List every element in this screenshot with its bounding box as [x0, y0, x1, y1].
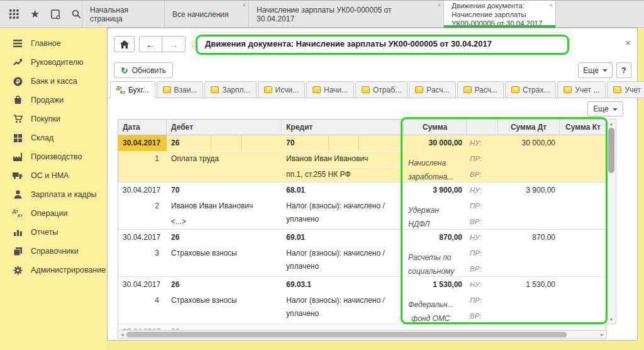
- register-icon: [362, 86, 370, 93]
- cell-credit[interactable]: 69.01 Налог (взносы): начислено / уплаче…: [282, 230, 404, 276]
- cell-amount-dt[interactable]: 870,00: [498, 230, 560, 276]
- tab-register-9[interactable]: Учет ...: [557, 81, 606, 98]
- sidebar-item-sales[interactable]: Продажи: [0, 91, 107, 110]
- close-icon[interactable]: ×: [437, 3, 441, 9]
- close-icon[interactable]: ×: [242, 3, 246, 9]
- scrollbar-thumb[interactable]: [608, 128, 614, 173]
- tab-all-accruals[interactable]: Все начисления ×: [165, 1, 249, 28]
- more-button[interactable]: Еще: [578, 62, 613, 78]
- horizontal-scrollbar[interactable]: ◄ ►: [118, 330, 607, 339]
- cell-date[interactable]: 30.04.2017 4: [118, 277, 167, 324]
- column-header-tax[interactable]: [467, 120, 498, 135]
- cell-date[interactable]: 30.04.2017 1: [118, 135, 167, 182]
- cell-credit[interactable]: 69.03.1 Налог (взносы): начислено / упла…: [282, 277, 404, 324]
- sidebar-item-operations[interactable]: ДтКт Операции: [0, 204, 107, 223]
- cell-date[interactable]: 30.04.2017 2: [118, 183, 167, 229]
- sidebar-item-warehouse[interactable]: Склад: [0, 128, 107, 147]
- tab-home[interactable]: Начальная страница: [82, 1, 165, 28]
- cell-amount-dt[interactable]: 30 000,00: [498, 135, 560, 182]
- sidebar-item-salary-hr[interactable]: Зарплата и кадры: [0, 185, 107, 204]
- forward-button[interactable]: →: [162, 36, 186, 52]
- favorites-star-icon[interactable]: ★: [30, 8, 41, 21]
- table-row[interactable]: 30.04.2017 2 70 Иванов Иван Иванович <..…: [118, 183, 606, 230]
- cell-date[interactable]: 30.04.2017 3: [118, 230, 167, 276]
- sidebar-item-main[interactable]: Главное: [0, 34, 107, 53]
- scroll-right-icon[interactable]: ►: [598, 332, 606, 337]
- sidebar-item-fixed-assets[interactable]: ОС и НМА: [0, 166, 107, 185]
- tab-register-10[interactable]: Учет ...: [607, 81, 644, 98]
- scroll-down-icon[interactable]: ▼: [609, 315, 614, 324]
- tab-label: Расч...: [426, 86, 449, 94]
- person-icon: [13, 189, 23, 200]
- sidebar-item-manager[interactable]: Руководителю: [0, 53, 107, 72]
- cell-debit[interactable]: 70 Иванов Иван Иванович <...>: [167, 183, 282, 229]
- cell-amount[interactable]: 30 000,00 Начислена заработна...: [404, 135, 467, 182]
- cell-amount-dt[interactable]: 1 530,00: [498, 277, 560, 324]
- tab-register-7[interactable]: Расч...: [457, 81, 504, 98]
- sidebar-item-purchases[interactable]: Покупки: [0, 110, 107, 128]
- cell-credit[interactable]: 68.01 Налог (взносы): начислено / уплаче…: [282, 183, 404, 229]
- column-header-amount-kt[interactable]: Сумма Кт: [560, 120, 606, 135]
- cell-debit[interactable]: 26 Страховые взносы: [167, 230, 282, 276]
- cell-debit[interactable]: 26 Страховые взносы: [167, 277, 282, 324]
- tab-accounting-register[interactable]: ДтКт Бухг...: [110, 81, 155, 98]
- tab-payroll-document[interactable]: Начисление зарплаты УК00-000005 от 30.04…: [249, 1, 444, 28]
- gear-icon: [13, 265, 23, 275]
- back-button[interactable]: ←: [139, 36, 162, 52]
- sidebar-item-bank-cash[interactable]: ₽ Банк и касса: [0, 72, 107, 91]
- tab-register-2[interactable]: Зарпл...: [204, 81, 256, 98]
- favorite-star-icon[interactable]: ☆: [189, 38, 199, 51]
- table-row-clipped[interactable]: 30.04.2017 26: [118, 324, 606, 330]
- scrollbar-thumb[interactable]: [126, 332, 567, 337]
- home-icon: [120, 40, 129, 48]
- scroll-left-icon[interactable]: ◄: [118, 332, 126, 337]
- help-button[interactable]: ?: [616, 62, 631, 78]
- tab-label: Страх...: [523, 86, 550, 94]
- cell-amount-kt[interactable]: [560, 183, 606, 229]
- scroll-up-icon[interactable]: ▲: [609, 120, 614, 128]
- tab-register-6[interactable]: Расч...: [409, 81, 455, 98]
- tab-register-3[interactable]: Исчи...: [258, 81, 305, 98]
- tab-label: Зарпл...: [222, 86, 250, 94]
- tab-register-4[interactable]: Начи...: [306, 81, 354, 98]
- tab-register-8[interactable]: Страх...: [505, 81, 557, 98]
- sidebar-item-reports[interactable]: Отчеты: [0, 223, 107, 242]
- cell-debit[interactable]: 26 Оплата труда: [167, 135, 282, 182]
- refresh-button[interactable]: ↻ Обновить: [114, 62, 173, 78]
- search-icon[interactable]: [70, 8, 82, 21]
- vertical-scrollbar[interactable]: ▲ ▼: [606, 119, 616, 324]
- cell-amount-kt[interactable]: [560, 230, 606, 276]
- window-tabs: Начальная страница Все начисления × Начи…: [82, 1, 556, 28]
- tab-label: Начи...: [324, 86, 348, 94]
- close-icon[interactable]: ×: [549, 3, 553, 9]
- table-more-button[interactable]: Еще: [587, 101, 623, 116]
- sidebar-item-production[interactable]: Производство: [0, 147, 107, 166]
- cell-amount[interactable]: 1 530,00 Федеральн... фонд ОМС: [404, 277, 467, 324]
- home-button[interactable]: [114, 36, 135, 52]
- column-header-amount-dt[interactable]: Сумма Дт: [498, 120, 560, 135]
- column-header-credit[interactable]: Кредит: [282, 120, 404, 135]
- cell-credit[interactable]: 70 Иванов Иван Иванович пп.1, ст.255 НК …: [282, 135, 404, 182]
- close-icon[interactable]: ×: [625, 37, 631, 48]
- table-row[interactable]: 30.04.2017 1 26 Оплата труда 70 Иванов И…: [118, 135, 606, 183]
- column-header-date[interactable]: Дата: [118, 120, 167, 135]
- tab-register-1[interactable]: Взаи...: [157, 81, 204, 98]
- cell-amount[interactable]: 3 900,00 Удержан НДФЛ: [404, 183, 467, 229]
- tab-document-movements[interactable]: Движения документа: Начисление зарплаты …: [444, 1, 556, 28]
- cell-amount-kt[interactable]: [560, 135, 606, 182]
- register-icon: [264, 86, 272, 93]
- register-icon: [613, 86, 621, 93]
- trend-icon: [13, 57, 23, 67]
- menu-grid-icon[interactable]: [9, 8, 20, 21]
- tab-register-5[interactable]: Отраб...: [355, 81, 408, 98]
- history-icon[interactable]: [50, 8, 62, 21]
- sidebar-item-administration[interactable]: Администрирование: [0, 261, 107, 279]
- table-row[interactable]: 30.04.2017 3 26 Страховые взносы 69.01 Н…: [118, 230, 606, 277]
- column-header-amount[interactable]: Сумма: [404, 120, 467, 135]
- cell-amount-kt[interactable]: [560, 277, 606, 324]
- table-row[interactable]: 30.04.2017 4 26 Страховые взносы 69.03.1…: [118, 277, 606, 324]
- cell-amount-dt[interactable]: 3 900,00: [498, 183, 560, 229]
- cell-amount[interactable]: 870,00 Расчеты по социальному: [404, 230, 467, 276]
- sidebar-item-directories[interactable]: Справочники: [0, 242, 107, 261]
- column-header-debit[interactable]: Дебет: [167, 120, 282, 135]
